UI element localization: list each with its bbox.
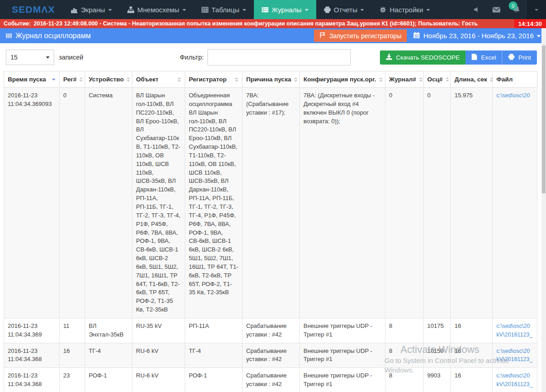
- page-title-bar: Журнал осциллорамм Запустить регистратор…: [0, 28, 546, 43]
- cell-reason: Срабатывание уставки : #42: [243, 318, 300, 343]
- sort-desc-icon: [49, 79, 56, 80]
- event-alert-bar[interactable]: Событие: 2016-11-23 12:49:08.000 - Систе…: [0, 19, 546, 28]
- sort-icon: [376, 77, 383, 82]
- file-link[interactable]: c:\sed\osc\20 kV\20161123_: [496, 372, 533, 387]
- table-icon: [202, 6, 208, 13]
- col-header-osc[interactable]: Осц#: [424, 71, 451, 88]
- cell-length: 16: [451, 368, 493, 392]
- cell-registrar: Объединенная осциллограмма ВЛ Шарын гол-…: [185, 88, 243, 318]
- col-header-start-time[interactable]: Время пуска: [4, 71, 60, 88]
- scrollbar-thumb[interactable]: [542, 45, 546, 193]
- cell-reason: 7ВА: (Срабатывание уставки : #17);: [243, 88, 300, 318]
- event-time: 14:14:30: [514, 19, 546, 28]
- download-icon: [386, 54, 392, 61]
- table-row: 2016-11-23 11:04:34.368 23 РОФ-1 RU-6 kV…: [4, 368, 537, 392]
- col-header-object[interactable]: Объект: [132, 71, 185, 88]
- cell-osc: 9903: [424, 368, 451, 392]
- nav-item-settings[interactable]: Настройки: [372, 0, 438, 19]
- col-header-reg[interactable]: Рег#: [60, 71, 85, 88]
- nav-item-mnemoschemes[interactable]: Мнемосхемы: [120, 0, 194, 19]
- cell-osc: 0: [424, 88, 451, 318]
- cell-registrar: РОФ-1: [185, 368, 243, 392]
- cell-length: 15.975: [451, 88, 493, 318]
- cell-start-time: 2016-11-23 11:04:34.368: [4, 368, 60, 392]
- cell-reason: Срабатывание уставки : #42: [243, 368, 300, 392]
- nav-item-label: Таблицы: [212, 6, 239, 14]
- cell-config: 7ВА: (Дискретные входы - Дискретный вход…: [300, 88, 385, 318]
- nav-item-label: Отчеты: [334, 6, 358, 14]
- cell-registrar: ТГ-4: [185, 343, 243, 368]
- chevron-down-icon: [360, 9, 364, 11]
- journal-grid-icon: [5, 32, 12, 39]
- cell-file: c:\sed\osc\20 kV\20161123_: [493, 318, 537, 343]
- notifications-bell[interactable]: 0: [512, 5, 521, 14]
- run-registrars-button[interactable]: Запустить регистраторы: [314, 30, 407, 42]
- cell-journal: 0: [385, 88, 424, 318]
- col-header-length[interactable]: Длина, сек: [451, 71, 493, 88]
- col-header-journal[interactable]: Журнал#: [385, 71, 424, 88]
- print-button[interactable]: Print: [502, 50, 537, 65]
- nav-item-tables[interactable]: Таблицы: [194, 0, 254, 19]
- cell-object: RU-6 kV: [132, 368, 185, 392]
- excel-export-button[interactable]: Excel: [465, 50, 502, 65]
- col-header-config[interactable]: Конфигурация пуск.орг.: [300, 71, 385, 88]
- table-row: 2016-11-23 11:04:34.369 11 ВЛ Энхтал-35к…: [4, 318, 537, 343]
- chevron-down-icon: [535, 9, 538, 11]
- nav-item-journals[interactable]: Журналы: [254, 0, 316, 19]
- cell-journal: 8: [385, 343, 424, 368]
- nav-item-label: Экраны: [81, 6, 105, 14]
- cell-device: Система: [85, 88, 132, 318]
- download-sedoscope-button[interactable]: Скачать SEDOSCOPE: [380, 50, 465, 65]
- chevron-down-icon: [537, 35, 541, 37]
- chevron-down-icon: [243, 9, 246, 11]
- nav-item-label: Настройки: [389, 6, 423, 14]
- cell-config: Внешние триггеры UDP - Триггер #1: [300, 318, 385, 343]
- filter-input[interactable]: [207, 49, 351, 65]
- col-header-device[interactable]: Устройство: [85, 71, 132, 88]
- col-header-file[interactable]: Файл: [493, 71, 537, 88]
- page-title: Журнал осциллорамм: [15, 32, 91, 40]
- cell-object: RU-35 kV: [132, 318, 185, 343]
- file-link[interactable]: c:\sed\osc\20 kV\20161123_: [496, 323, 533, 338]
- cell-config: Внешние триггеры UDP - Триггер #1: [300, 368, 385, 392]
- col-header-reason[interactable]: Причина пуска: [243, 71, 300, 88]
- nav-item-reports[interactable]: Отчеты: [316, 0, 372, 19]
- date-range-label: Ноябрь 23, 2016 - Ноябрь 23, 2016: [423, 32, 534, 40]
- cell-length: 16: [451, 343, 493, 368]
- table-row: 2016-11-23 11:04:34.368 16 ТГ-4 RU-6 kV …: [4, 343, 537, 368]
- print-icon: [508, 54, 515, 61]
- gears-icon: [379, 6, 386, 13]
- sort-icon: [291, 77, 298, 82]
- navbar-collapse-toggle[interactable]: [527, 0, 546, 19]
- top-navbar: SEDMΛX Экраны Мнемосхемы Таблицы Журналы…: [0, 0, 546, 19]
- chevron-down-icon: [305, 9, 308, 11]
- cell-journal: 8: [385, 318, 424, 343]
- cell-start-time: 2016-11-23 11:04:34.369093: [4, 88, 60, 318]
- cell-osc: 10175: [424, 318, 451, 343]
- speaker-icon[interactable]: [473, 6, 480, 13]
- cell-journal: 8: [385, 368, 424, 392]
- envelope-icon[interactable]: [492, 6, 500, 13]
- date-range-picker[interactable]: Ноябрь 23, 2016 - Ноябрь 23, 2016: [413, 32, 541, 40]
- page-size-select[interactable]: 15: [6, 50, 54, 65]
- chevron-down-icon: [426, 9, 430, 11]
- file-link[interactable]: c:\sed\osc\20: [496, 92, 530, 99]
- cell-config: Внешние триггеры UDP - Триггер #1: [300, 343, 385, 368]
- cell-reg: 0: [60, 88, 85, 318]
- col-header-registrar[interactable]: Регистратор: [185, 71, 243, 88]
- cell-length: 16: [451, 318, 493, 343]
- calendar-icon: [413, 32, 420, 40]
- list-icon: [262, 6, 268, 13]
- filter-label: Фильтр:: [180, 54, 204, 61]
- brand-logo: SEDMΛX: [0, 0, 63, 19]
- vertical-scrollbar[interactable]: [541, 28, 546, 392]
- event-text: 2016-11-23 12:49:08.000 - Система - Неав…: [34, 20, 478, 27]
- cell-reg: 16: [60, 343, 85, 368]
- cell-object: ВЛ Шарын гол-110кВ, ВЛ ПС220-110кВ, ВЛ Е…: [132, 88, 185, 318]
- nav-item-screens[interactable]: Экраны: [63, 0, 120, 19]
- file-link[interactable]: c:\sed\osc\20 kV\20161123_: [496, 348, 533, 363]
- event-label: Событие:: [4, 20, 31, 27]
- cell-osc: 10150: [424, 343, 451, 368]
- chevron-down-icon: [182, 9, 186, 11]
- cell-reg: 23: [60, 368, 85, 392]
